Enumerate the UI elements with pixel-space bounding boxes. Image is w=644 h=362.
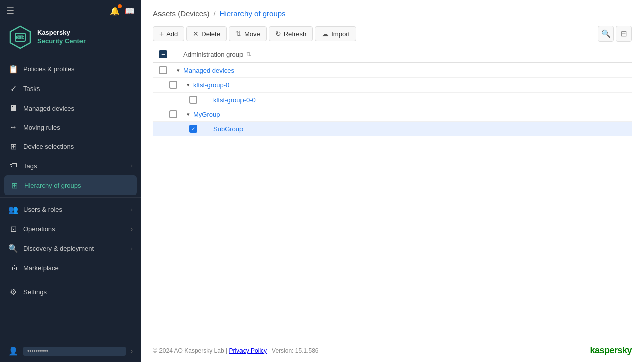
users-icon: 👥 bbox=[8, 205, 18, 214]
row-check bbox=[183, 96, 203, 104]
hierarchy-icon: ⊞ bbox=[9, 180, 19, 190]
user-arrow: › bbox=[131, 348, 133, 355]
sidebar-item-users-roles[interactable]: 👥 Users & roles › bbox=[0, 200, 141, 219]
nav-section: 📋 Policies & profiles ✓ Tasks 🖥 Managed … bbox=[0, 57, 141, 340]
discovery-icon: 🔍 bbox=[8, 244, 18, 253]
refresh-label: Refresh bbox=[284, 30, 307, 38]
toolbar: + Add ✕ Delete ⇅ Move ↻ Refresh ☁ Import… bbox=[141, 22, 644, 46]
import-button[interactable]: ☁ Import bbox=[315, 26, 356, 41]
sidebar-item-marketplace[interactable]: 🛍 Marketplace bbox=[0, 258, 141, 278]
sidebar-item-operations[interactable]: ⊡ Operations › bbox=[0, 219, 141, 239]
table-row: ▾ MyGroup bbox=[153, 107, 632, 122]
row-check: ✓ bbox=[183, 125, 203, 133]
row-expand[interactable]: ▾ bbox=[183, 82, 193, 88]
tags-icon: 🏷 bbox=[8, 161, 18, 170]
import-label: Import bbox=[331, 30, 350, 38]
sidebar-item-label: Policies & profiles bbox=[23, 65, 133, 73]
nav-divider bbox=[0, 197, 141, 198]
delete-button[interactable]: ✕ Delete bbox=[186, 26, 227, 41]
logo-section: KSC Kaspersky Security Center bbox=[0, 21, 141, 57]
sidebar-item-device-selections[interactable]: ⊞ Device selections bbox=[0, 137, 141, 156]
sidebar-item-label: Discovery & deployment bbox=[23, 245, 126, 252]
select-all-checkbox[interactable]: – bbox=[159, 50, 167, 58]
footer-copy: © 2024 AO Kaspersky Lab | Privacy Policy… bbox=[153, 347, 319, 354]
sidebar-footer: 👤 •••••••••• › bbox=[0, 340, 141, 362]
move-label: Move bbox=[244, 30, 260, 38]
menu-icon[interactable]: ☰ bbox=[6, 5, 14, 16]
move-button[interactable]: ⇅ Move bbox=[229, 26, 267, 41]
sidebar-item-label: Users & roles bbox=[23, 206, 126, 213]
table-row: ▾ kltst-group-0 bbox=[153, 78, 632, 93]
search-button[interactable]: 🔍 bbox=[598, 26, 614, 42]
search-icon: 🔍 bbox=[601, 29, 611, 38]
policies-icon: 📋 bbox=[8, 64, 18, 74]
sidebar-item-tags[interactable]: 🏷 Tags › bbox=[0, 156, 141, 175]
row-check bbox=[163, 81, 183, 89]
row-expand[interactable]: ▾ bbox=[183, 111, 193, 118]
row-name[interactable]: kltst-group-0-0 bbox=[213, 96, 256, 104]
sidebar-top-icons: 🔔 📖 bbox=[110, 6, 135, 16]
row-name-cell: SubGroup bbox=[213, 125, 632, 133]
sidebar-item-hierarchy[interactable]: ⊞ Hierarchy of groups bbox=[4, 175, 137, 195]
tasks-icon: ✓ bbox=[8, 84, 18, 94]
sidebar-item-policies[interactable]: 📋 Policies & profiles bbox=[0, 59, 141, 79]
delete-label: Delete bbox=[201, 30, 220, 38]
filter-button[interactable]: ⊟ bbox=[616, 26, 632, 42]
row-checkbox[interactable]: ✓ bbox=[189, 125, 197, 133]
breadcrumb-parent[interactable]: Assets (Devices) bbox=[153, 9, 210, 18]
sort-icon[interactable]: ⇅ bbox=[246, 51, 251, 58]
row-name[interactable]: Managed devices bbox=[183, 67, 234, 74]
sidebar-item-moving-rules[interactable]: ↔ Moving rules bbox=[0, 118, 141, 137]
row-checkbox[interactable] bbox=[189, 96, 197, 104]
main-content: Assets (Devices) / Hierarchy of groups +… bbox=[141, 0, 644, 362]
filter-icon: ⊟ bbox=[621, 29, 627, 38]
sidebar-item-settings[interactable]: ⚙ Settings bbox=[0, 282, 141, 302]
user-info[interactable]: 👤 •••••••••• › bbox=[8, 346, 133, 356]
sidebar-item-label: Moving rules bbox=[23, 124, 133, 131]
refresh-button[interactable]: ↻ Refresh bbox=[269, 26, 313, 41]
username: •••••••••• bbox=[23, 347, 126, 356]
col-name-label: Administration group bbox=[183, 51, 243, 58]
privacy-link[interactable]: Privacy Policy bbox=[229, 347, 267, 354]
sidebar-item-label: Operations bbox=[23, 225, 126, 233]
notification-badge bbox=[118, 4, 122, 8]
refresh-icon: ↻ bbox=[275, 30, 281, 38]
sidebar-item-tasks[interactable]: ✓ Tasks bbox=[0, 79, 141, 99]
row-name-cell: MyGroup bbox=[193, 111, 632, 118]
version-text: Version: 15.1.586 bbox=[272, 347, 318, 354]
row-checkbox[interactable] bbox=[169, 110, 177, 118]
main-footer: © 2024 AO Kaspersky Lab | Privacy Policy… bbox=[141, 339, 644, 362]
marketplace-icon: 🛍 bbox=[8, 263, 18, 273]
add-button[interactable]: + Add bbox=[153, 26, 184, 41]
row-expand[interactable]: ▾ bbox=[173, 67, 183, 74]
managed-devices-icon: 🖥 bbox=[8, 104, 18, 113]
sidebar-item-label: Tasks bbox=[23, 85, 133, 93]
kaspersky-logo: kaspersky bbox=[590, 345, 632, 356]
breadcrumb: Assets (Devices) / Hierarchy of groups bbox=[141, 0, 644, 22]
book-icon[interactable]: 📖 bbox=[125, 6, 135, 16]
breadcrumb-separator: / bbox=[214, 9, 216, 18]
row-checkbox[interactable] bbox=[159, 66, 167, 74]
row-name[interactable]: SubGroup bbox=[213, 125, 243, 133]
bell-icon[interactable]: 🔔 bbox=[110, 6, 120, 16]
sidebar-top: ☰ 🔔 📖 bbox=[0, 0, 141, 21]
row-checkbox[interactable] bbox=[169, 81, 177, 89]
sidebar-item-label: Hierarchy of groups bbox=[24, 182, 132, 189]
table-header: – Administration group ⇅ bbox=[153, 46, 632, 63]
nav-divider-2 bbox=[0, 280, 141, 280]
operations-icon: ⊡ bbox=[8, 224, 18, 234]
add-icon: + bbox=[159, 30, 164, 38]
sidebar-item-discovery[interactable]: 🔍 Discovery & deployment › bbox=[0, 239, 141, 258]
user-icon: 👤 bbox=[8, 346, 18, 356]
sidebar-item-managed-devices[interactable]: 🖥 Managed devices bbox=[0, 99, 141, 118]
delete-icon: ✕ bbox=[193, 30, 199, 38]
col-name-header: Administration group ⇅ bbox=[183, 51, 632, 58]
users-arrow: › bbox=[131, 206, 133, 213]
row-check bbox=[163, 110, 183, 118]
copyright-text: © 2024 AO Kaspersky Lab | bbox=[153, 347, 229, 354]
tree-table: – Administration group ⇅ ▾ Managed devic… bbox=[141, 46, 644, 339]
row-name[interactable]: MyGroup bbox=[193, 111, 220, 118]
import-icon: ☁ bbox=[321, 30, 329, 38]
table-row: ▾ Managed devices bbox=[153, 63, 632, 78]
row-name[interactable]: kltst-group-0 bbox=[193, 81, 229, 89]
